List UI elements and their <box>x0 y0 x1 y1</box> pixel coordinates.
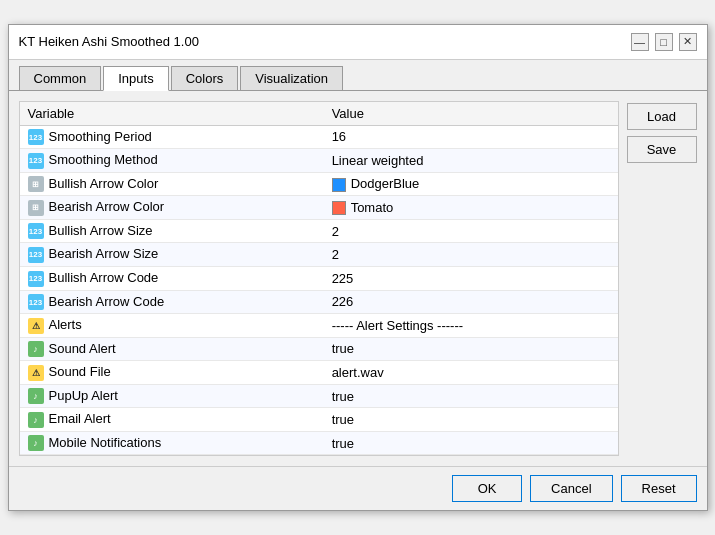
content-area: Variable Value 123Smoothing Period16123S… <box>9 91 707 467</box>
row-icon: ⚠ <box>28 365 44 381</box>
variable-cell: 123Bullish Arrow Code <box>20 266 324 290</box>
variable-cell: ♪Mobile Notifications <box>20 431 324 455</box>
variable-cell: ⚠Alerts <box>20 314 324 338</box>
reset-button[interactable]: Reset <box>621 475 697 502</box>
value-cell: 2 <box>324 243 618 267</box>
table-row[interactable]: ♪Email Alerttrue <box>20 408 618 432</box>
cancel-button[interactable]: Cancel <box>530 475 612 502</box>
variable-cell: ⚠Sound File <box>20 361 324 385</box>
minimize-button[interactable]: — <box>631 33 649 51</box>
variable-cell: ⊞Bearish Arrow Color <box>20 196 324 220</box>
table-row[interactable]: 123Smoothing MethodLinear weighted <box>20 149 618 173</box>
col-variable-header: Variable <box>20 102 324 126</box>
variable-cell: ⊞Bullish Arrow Color <box>20 172 324 196</box>
value-cell: alert.wav <box>324 361 618 385</box>
tab-inputs[interactable]: Inputs <box>103 66 168 91</box>
tab-common[interactable]: Common <box>19 66 102 90</box>
tab-colors[interactable]: Colors <box>171 66 239 90</box>
row-icon: ♪ <box>28 435 44 451</box>
value-cell: 226 <box>324 290 618 314</box>
variable-cell: 123Bearish Arrow Size <box>20 243 324 267</box>
row-icon: 123 <box>28 271 44 287</box>
maximize-button[interactable]: □ <box>655 33 673 51</box>
row-icon: ♪ <box>28 341 44 357</box>
table-row[interactable]: ♪Mobile Notificationstrue <box>20 431 618 455</box>
inputs-table-container: Variable Value 123Smoothing Period16123S… <box>19 101 619 457</box>
table-row[interactable]: ♪Sound Alerttrue <box>20 337 618 361</box>
ok-button[interactable]: OK <box>452 475 522 502</box>
value-cell: 225 <box>324 266 618 290</box>
row-icon: 123 <box>28 294 44 310</box>
value-cell: DodgerBlue <box>324 172 618 196</box>
value-cell: true <box>324 384 618 408</box>
color-swatch <box>332 178 346 192</box>
load-button[interactable]: Load <box>627 103 697 130</box>
row-icon: ⊞ <box>28 176 44 192</box>
value-cell: 16 <box>324 125 618 149</box>
table-row[interactable]: 123Bullish Arrow Code225 <box>20 266 618 290</box>
title-bar: KT Heiken Ashi Smoothed 1.00 — □ ✕ <box>9 25 707 60</box>
table-row[interactable]: 123Bullish Arrow Size2 <box>20 219 618 243</box>
value-cell: true <box>324 408 618 432</box>
variable-cell: 123Bullish Arrow Size <box>20 219 324 243</box>
row-icon: 123 <box>28 129 44 145</box>
table-row[interactable]: 123Smoothing Period16 <box>20 125 618 149</box>
title-bar-controls: — □ ✕ <box>631 33 697 51</box>
save-button[interactable]: Save <box>627 136 697 163</box>
row-icon: ♪ <box>28 388 44 404</box>
table-row[interactable]: ♪PupUp Alerttrue <box>20 384 618 408</box>
row-icon: 123 <box>28 153 44 169</box>
row-icon: ⚠ <box>28 318 44 334</box>
value-cell: true <box>324 431 618 455</box>
inputs-table: Variable Value 123Smoothing Period16123S… <box>20 102 618 456</box>
side-buttons: Load Save <box>627 101 697 457</box>
tab-visualization[interactable]: Visualization <box>240 66 343 90</box>
table-row[interactable]: ⚠Sound Filealert.wav <box>20 361 618 385</box>
value-cell: 2 <box>324 219 618 243</box>
row-icon: 123 <box>28 247 44 263</box>
table-row[interactable]: 123Bearish Arrow Size2 <box>20 243 618 267</box>
value-cell: ----- Alert Settings ------ <box>324 314 618 338</box>
row-icon: ⊞ <box>28 200 44 216</box>
window-title: KT Heiken Ashi Smoothed 1.00 <box>19 34 199 49</box>
table-row[interactable]: 123Bearish Arrow Code226 <box>20 290 618 314</box>
table-row[interactable]: ⊞Bearish Arrow ColorTomato <box>20 196 618 220</box>
color-swatch <box>332 201 346 215</box>
table-row[interactable]: ⊞Bullish Arrow ColorDodgerBlue <box>20 172 618 196</box>
variable-cell: 123Smoothing Period <box>20 125 324 149</box>
col-value-header: Value <box>324 102 618 126</box>
table-row[interactable]: ⚠Alerts----- Alert Settings ------ <box>20 314 618 338</box>
variable-cell: 123Bearish Arrow Code <box>20 290 324 314</box>
variable-cell: ♪Email Alert <box>20 408 324 432</box>
tab-bar: Common Inputs Colors Visualization <box>9 60 707 91</box>
variable-cell: 123Smoothing Method <box>20 149 324 173</box>
value-cell: true <box>324 337 618 361</box>
variable-cell: ♪PupUp Alert <box>20 384 324 408</box>
row-icon: 123 <box>28 223 44 239</box>
main-window: KT Heiken Ashi Smoothed 1.00 — □ ✕ Commo… <box>8 24 708 512</box>
variable-cell: ♪Sound Alert <box>20 337 324 361</box>
row-icon: ♪ <box>28 412 44 428</box>
value-cell: Tomato <box>324 196 618 220</box>
close-button[interactable]: ✕ <box>679 33 697 51</box>
value-cell: Linear weighted <box>324 149 618 173</box>
footer: OK Cancel Reset <box>9 466 707 510</box>
